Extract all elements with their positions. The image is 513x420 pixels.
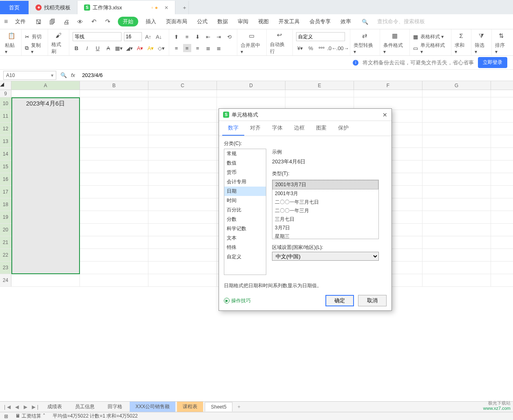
col-header[interactable]: D — [217, 81, 285, 90]
cell[interactable] — [148, 198, 217, 211]
menu-review[interactable]: 审阅 — [235, 16, 251, 27]
cell[interactable] — [80, 173, 148, 185]
sum-button[interactable]: 求和 ▾ — [455, 42, 468, 55]
cell[interactable] — [148, 97, 217, 110]
category-list[interactable]: 常规数值货币会计专用日期时间百分比分数科学记数文本特殊自定义 — [224, 149, 266, 275]
table-style-button[interactable]: 表格样式 ▾ — [420, 33, 444, 40]
cell[interactable] — [80, 97, 148, 110]
cell[interactable] — [285, 90, 354, 97]
align-left-icon[interactable]: ≡ — [172, 44, 181, 52]
sheet-tab[interactable]: 田字格 — [102, 402, 128, 412]
cell[interactable] — [80, 186, 148, 198]
tab-protect[interactable]: 保护 — [332, 121, 354, 136]
cell[interactable] — [148, 224, 217, 236]
row-header[interactable]: 10 — [0, 97, 11, 110]
sheet-tab[interactable]: 成绩表 — [42, 402, 68, 412]
list-item[interactable]: 百分比 — [224, 205, 266, 215]
merge-icon[interactable]: ▭ — [246, 31, 257, 41]
cond-format-icon[interactable]: ▦ — [389, 31, 400, 41]
cell[interactable] — [148, 211, 217, 223]
cell[interactable] — [80, 236, 148, 248]
col-header[interactable]: C — [148, 81, 217, 90]
comma-icon[interactable]: ᵒᵒᵒ — [317, 44, 325, 52]
cell[interactable] — [422, 236, 491, 248]
redo-icon[interactable]: ↷ — [102, 16, 113, 27]
ok-button[interactable]: 确定 — [325, 295, 354, 306]
menu-file[interactable]: 文件 — [13, 16, 28, 27]
row-header[interactable]: 9 — [0, 90, 11, 97]
cell[interactable] — [422, 186, 491, 198]
cell[interactable] — [148, 135, 217, 147]
col-header[interactable]: B — [80, 81, 148, 90]
paste-button[interactable]: 粘贴 ▾ — [5, 42, 18, 55]
cell[interactable] — [148, 148, 217, 160]
copy-button[interactable]: 复制 ▾ — [31, 42, 44, 55]
bold-button[interactable]: B — [73, 44, 81, 52]
fx-icon[interactable]: fx — [71, 72, 75, 78]
row-header[interactable]: 13 — [0, 135, 11, 147]
list-item[interactable]: 2001年3月 — [272, 189, 378, 198]
cell[interactable] — [11, 148, 80, 160]
list-item[interactable]: 文本 — [224, 233, 266, 243]
brush-icon[interactable]: 🖌 — [53, 30, 64, 40]
cell[interactable] — [422, 249, 491, 261]
cell[interactable] — [80, 123, 148, 135]
name-box[interactable]: A10▾ — [3, 71, 56, 80]
row-header[interactable]: 22 — [0, 249, 11, 261]
tab-workbook[interactable]: S 工作簿3.xlsx ▫ ● ✕ — [77, 1, 175, 14]
tab-pattern[interactable]: 图案 — [310, 121, 332, 136]
sort-button[interactable]: 排序 ▾ — [495, 42, 508, 55]
row-header[interactable]: 19 — [0, 211, 11, 223]
cell[interactable]: 2023年4月6日 — [11, 97, 80, 110]
row-header[interactable]: 18 — [0, 198, 11, 211]
login-button[interactable]: 立即登录 — [478, 57, 507, 68]
cell[interactable] — [80, 110, 148, 122]
select-all-corner[interactable]: ◢ — [0, 81, 11, 90]
cancel-button[interactable]: 取消 — [358, 295, 387, 306]
save-icon[interactable]: 🖫 — [33, 16, 44, 27]
sigma-icon[interactable]: Σ — [456, 31, 467, 41]
orientation-icon[interactable]: ⟲ — [226, 33, 234, 41]
list-item[interactable]: 分数 — [224, 215, 266, 224]
tab-number[interactable]: 数字 — [222, 121, 244, 136]
merge-button[interactable]: 合并居中 ▾ — [241, 42, 263, 55]
funnel-icon[interactable]: ⧩ — [476, 31, 486, 41]
tab-border[interactable]: 边框 — [288, 121, 310, 136]
inc-decimal-icon[interactable]: .0← — [328, 44, 336, 52]
list-item[interactable]: 数值 — [224, 158, 266, 168]
number-format-select[interactable] — [296, 32, 345, 41]
fx-search-icon[interactable]: 🔍 — [60, 72, 67, 78]
cell[interactable] — [354, 97, 422, 110]
cell[interactable] — [80, 90, 148, 97]
font-color-button[interactable]: A▾ — [136, 44, 144, 52]
tab-align[interactable]: 对齐 — [244, 121, 266, 136]
menu-insert[interactable]: 插入 — [143, 16, 159, 27]
border-button[interactable]: ▦▾ — [115, 44, 123, 52]
highlight-button[interactable]: A▾ — [147, 44, 155, 52]
row-header[interactable]: 14 — [0, 148, 11, 160]
col-header[interactable]: F — [354, 81, 422, 90]
cell[interactable] — [148, 90, 217, 97]
menu-data[interactable]: 数据 — [215, 16, 230, 27]
list-item[interactable]: 常规 — [224, 149, 266, 158]
list-item[interactable]: 时间 — [224, 196, 266, 205]
row-header[interactable]: 12 — [0, 123, 11, 135]
cond-format-button[interactable]: 条件格式 ▾ — [383, 42, 406, 55]
cell[interactable] — [80, 211, 148, 223]
underline-button[interactable]: U — [94, 44, 102, 52]
cell[interactable] — [11, 211, 80, 223]
new-tab-button[interactable]: ＋ — [175, 1, 189, 14]
list-item[interactable]: 星期三 — [272, 232, 378, 239]
cell[interactable] — [80, 198, 148, 211]
row-header[interactable]: 20 — [0, 224, 11, 236]
saveas-icon[interactable]: 🗐 — [47, 16, 57, 27]
wrap-icon[interactable]: ↩ — [274, 30, 285, 40]
cell[interactable] — [422, 90, 491, 97]
clipboard-icon[interactable]: 📋 — [6, 31, 17, 41]
row-header[interactable]: 16 — [0, 173, 11, 185]
formula-input[interactable] — [79, 71, 510, 80]
close-icon[interactable]: ✕ — [164, 5, 168, 11]
row-header[interactable]: 24 — [0, 274, 11, 286]
add-sheet-button[interactable]: ＋ — [237, 403, 241, 410]
sheet-nav[interactable]: |◀ ◀ ▶ ▶| — [4, 404, 40, 410]
